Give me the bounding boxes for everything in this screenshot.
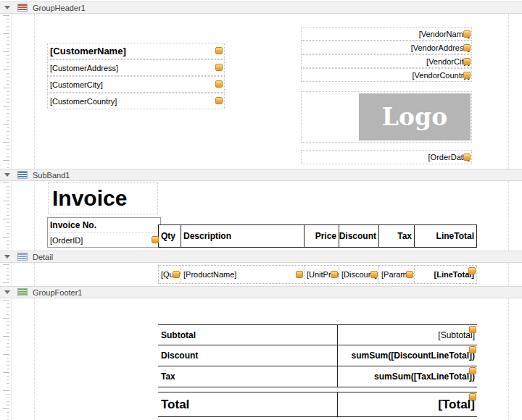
field-text: Subtotal — [161, 330, 196, 340]
band-subband1-surface[interactable]: Invoice Invoice No. [OrderID] Qty Descri… — [0, 181, 522, 251]
group-footer-band-icon — [17, 288, 28, 296]
smart-tag-icon[interactable] — [331, 271, 338, 278]
field-text: sumSum([DiscountLineTotal]) — [352, 350, 475, 361]
margin-guide-right — [508, 263, 509, 286]
collapse-arrow-icon[interactable] — [4, 255, 10, 259]
discount-label[interactable]: Discount — [158, 345, 338, 366]
column-header-tax[interactable]: Tax — [378, 225, 414, 247]
smart-tag-icon[interactable] — [152, 236, 159, 243]
smart-tag-icon[interactable] — [406, 271, 413, 278]
vertical-ruler — [0, 263, 12, 286]
field-text: [CustomerName] — [50, 46, 126, 56]
smart-tag-icon[interactable] — [463, 30, 471, 38]
smart-tag-icon[interactable] — [469, 393, 476, 400]
summary-table: Subtotal [Subtotal] Discount sumSum([Dis… — [158, 324, 477, 417]
margin-guide-right — [508, 181, 509, 251]
field-customer-name[interactable]: [CustomerName] — [47, 43, 225, 59]
invoice-no-box[interactable]: Invoice No. [OrderID] — [47, 217, 161, 248]
field-text: sumSum([TaxLineTotal]) — [374, 371, 475, 382]
detail-table-row: [Quantity] [ProductName] [UnitPrice] [Di… — [158, 265, 477, 284]
smart-tag-icon[interactable] — [463, 44, 471, 51]
band-title: GroupFooter1 — [33, 288, 82, 297]
smart-tag-icon[interactable] — [370, 271, 378, 278]
cell-quantity[interactable]: [Quantity] — [159, 266, 181, 283]
band-header-groupfooter1[interactable]: GroupFooter1 — [0, 286, 522, 298]
field-vendor-city[interactable]: [VendorCity] — [301, 54, 472, 68]
vertical-ruler — [0, 181, 12, 251]
smart-tag-icon[interactable] — [215, 47, 223, 54]
logo-picture-box[interactable]: Logo — [301, 91, 472, 143]
invoice-title-label[interactable]: Invoice — [48, 182, 158, 214]
margin-guide-left — [34, 298, 35, 420]
field-text: [CustomerAddress] — [50, 64, 118, 72]
collapse-arrow-icon[interactable] — [4, 6, 10, 9]
field-tax-sum[interactable]: sumSum([TaxLineTotal]) — [338, 366, 477, 387]
band-groupheader1-surface[interactable]: [VendorName] [VendorAddress] [VendorCity… — [0, 14, 522, 169]
field-order-id[interactable]: [OrderID] — [48, 232, 160, 247]
band-title: GroupHeader1 — [33, 4, 86, 12]
cell-product-name[interactable]: [ProductName] — [181, 266, 304, 283]
smart-tag-icon[interactable] — [463, 154, 471, 161]
tax-label[interactable]: Tax — [158, 366, 338, 387]
cell-unit-price[interactable]: [UnitPrice] — [304, 266, 339, 283]
smart-tag-icon[interactable] — [215, 64, 223, 71]
smart-tag-icon[interactable] — [469, 326, 476, 333]
invoice-table-header: Qty Description Price Discount Tax LineT… — [158, 224, 477, 248]
field-text: [VendorName] — [419, 30, 470, 38]
column-header-price[interactable]: Price — [304, 225, 339, 247]
smart-tag-icon[interactable] — [469, 367, 476, 374]
field-customer-city[interactable]: [CustomerCity] — [47, 76, 225, 93]
field-text: Tax — [161, 371, 175, 382]
smart-tag-icon[interactable] — [469, 346, 476, 353]
field-text: [VendorCountry] — [413, 71, 471, 80]
smart-tag-icon[interactable] — [468, 267, 476, 274]
logo-text: Logo — [382, 103, 447, 131]
field-vendor-name[interactable]: [VendorName] — [301, 27, 472, 41]
summary-row-tax: Tax sumSum([TaxLineTotal]) — [158, 366, 477, 387]
detail-band-icon — [17, 253, 28, 261]
group-header-band-icon — [17, 4, 28, 12]
field-text: Invoice No. — [50, 220, 96, 230]
column-header-discount[interactable]: Discount — [339, 225, 378, 247]
summary-row-total: Total [Total] — [158, 392, 477, 417]
column-header-qty[interactable]: Qty — [159, 225, 181, 247]
field-order-date[interactable]: [OrderDate] — [301, 150, 472, 164]
field-vendor-country[interactable]: [VendorCountry] — [301, 68, 472, 82]
invoice-no-label[interactable]: Invoice No. — [48, 218, 160, 232]
band-header-subband1[interactable]: SubBand1 — [0, 169, 522, 181]
band-title: Detail — [33, 253, 53, 261]
band-header-detail[interactable]: Detail — [0, 251, 522, 263]
band-detail-surface[interactable]: [Quantity] [ProductName] [UnitPrice] [Di… — [0, 263, 522, 286]
collapse-arrow-icon[interactable] — [4, 173, 10, 177]
band-header-groupheader1[interactable]: GroupHeader1 — [0, 1, 522, 14]
margin-guide-left — [34, 263, 35, 286]
field-discount-sum[interactable]: sumSum([DiscountLineTotal]) — [338, 345, 477, 366]
vertical-ruler — [0, 298, 12, 420]
margin-guide-right — [508, 298, 509, 420]
smart-tag-icon[interactable] — [463, 72, 471, 79]
field-subtotal[interactable]: [Subtotal] — [338, 325, 477, 345]
summary-row-discount: Discount sumSum([DiscountLineTotal]) — [158, 345, 477, 366]
collapse-arrow-icon[interactable] — [4, 290, 10, 294]
smart-tag-icon[interactable] — [215, 80, 223, 88]
cell-line-total[interactable]: [LineTotal] — [414, 266, 476, 283]
subtotal-label[interactable]: Subtotal — [158, 325, 338, 345]
field-text: Price — [315, 231, 336, 241]
smart-tag-icon[interactable] — [215, 97, 223, 104]
field-total[interactable]: [Total] — [338, 392, 477, 416]
field-vendor-address[interactable]: [VendorAddress] — [301, 41, 472, 54]
field-text: [VendorAddress] — [411, 43, 470, 52]
column-header-description[interactable]: Description — [181, 225, 304, 247]
field-customer-country[interactable]: [CustomerCountry] — [47, 93, 225, 109]
field-customer-address[interactable]: [CustomerAddress] — [47, 59, 225, 76]
cell-tax[interactable]: [ParameterTax] — [378, 266, 414, 283]
column-header-linetotal[interactable]: LineTotal — [414, 225, 476, 247]
total-label[interactable]: Total — [158, 392, 338, 416]
smart-tag-icon[interactable] — [463, 58, 471, 65]
field-text: Discount — [339, 231, 376, 241]
smart-tag-icon[interactable] — [173, 271, 180, 278]
cell-discount[interactable]: [Discount] — [339, 266, 378, 283]
smart-tag-icon[interactable] — [296, 271, 303, 278]
logo-image[interactable]: Logo — [359, 93, 471, 140]
band-groupfooter1-surface[interactable]: Subtotal [Subtotal] Discount sumSum([Dis… — [0, 298, 522, 420]
